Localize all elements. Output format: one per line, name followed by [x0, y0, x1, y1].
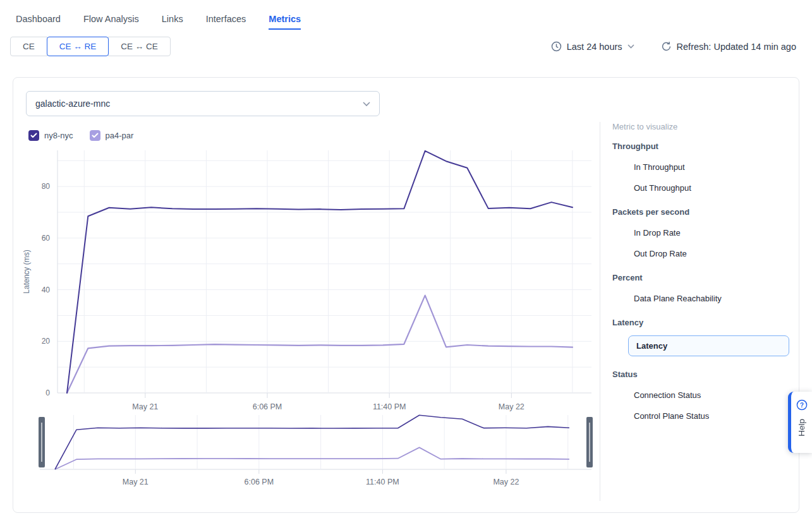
- group-heading-percent: Percent: [612, 273, 802, 282]
- question-circle-icon: ?: [796, 399, 808, 413]
- metric-option-data-plane-reachability[interactable]: Data Plane Reachability: [634, 294, 802, 303]
- svg-text:May 21: May 21: [132, 402, 158, 411]
- node-select-value: galactic-azure-mnc: [35, 99, 110, 109]
- group-heading-throughput: Throughput: [612, 142, 802, 151]
- legend-item-ny8-nyc: ny8-nyc: [28, 130, 73, 141]
- metric-option-in-throughput[interactable]: In Throughput: [634, 162, 802, 172]
- svg-text:60: 60: [42, 234, 51, 243]
- svg-text:11:40 PM: 11:40 PM: [366, 478, 399, 486]
- segment-ce-ce[interactable]: CE ↔ CE: [108, 37, 171, 56]
- refresh-control[interactable]: Refresh: Updated 14 min ago: [661, 41, 796, 52]
- svg-text:May 22: May 22: [493, 478, 519, 486]
- svg-text:20: 20: [42, 337, 51, 346]
- svg-text:6:06 PM: 6:06 PM: [245, 478, 274, 486]
- panel-divider: [600, 122, 600, 501]
- segment-ce[interactable]: CE: [10, 37, 47, 56]
- time-range-selector[interactable]: Last 24 hours: [551, 41, 634, 52]
- series-legend: ny8-nyc pa4-par: [28, 130, 133, 141]
- svg-text:0: 0: [45, 388, 50, 397]
- help-label: Help: [797, 419, 806, 437]
- checkbox-ny8-nyc[interactable]: [28, 130, 39, 141]
- filter-row: CE CE ↔ RE CE ↔ CE Last 24 hours: [10, 37, 796, 56]
- latency-chart-area: 020406080May 216:06 PM11:40 PMMay 22Late…: [13, 141, 610, 495]
- metric-sidebar: Metric to visualize Throughput In Throug…: [612, 122, 802, 421]
- group-heading-status: Status: [612, 370, 802, 379]
- metric-option-out-throughput[interactable]: Out Throughput: [634, 183, 802, 193]
- nav-links[interactable]: Links: [162, 14, 183, 30]
- connection-type-segmented-control: CE CE ↔ RE CE ↔ CE: [10, 37, 171, 56]
- node-select[interactable]: galactic-azure-mnc: [26, 91, 380, 116]
- nav-flow-analysis[interactable]: Flow Analysis: [83, 14, 139, 30]
- toolbar-right: Last 24 hours Refresh: Updated 14 min ag…: [551, 41, 796, 52]
- metric-option-control-plane-status[interactable]: Control Plane Status: [634, 411, 802, 421]
- legend-label: pa4-par: [106, 131, 134, 140]
- svg-text:May 22: May 22: [499, 402, 524, 411]
- help-button[interactable]: ? Help: [788, 392, 812, 453]
- latency-line-chart: 020406080May 216:06 PM11:40 PMMay 22Late…: [13, 141, 610, 495]
- chevron-down-icon: [627, 44, 634, 49]
- svg-text:May 21: May 21: [123, 478, 148, 486]
- checkbox-pa4-par[interactable]: [90, 130, 100, 141]
- svg-text:11:40 PM: 11:40 PM: [373, 402, 406, 411]
- nav-interfaces[interactable]: Interfaces: [206, 14, 246, 30]
- chevron-down-icon: [363, 98, 370, 109]
- top-nav: Dashboard Flow Analysis Links Interfaces…: [0, 0, 812, 30]
- svg-text:6:06 PM: 6:06 PM: [253, 402, 282, 411]
- metric-option-in-drop-rate[interactable]: In Drop Rate: [634, 228, 802, 238]
- metrics-card: galactic-azure-mnc ny8-nyc pa4-par 02040…: [13, 77, 799, 513]
- group-heading-packets: Packets per second: [612, 207, 802, 217]
- refresh-label: Refresh: Updated 14 min ago: [677, 42, 796, 52]
- metric-option-out-drop-rate[interactable]: Out Drop Rate: [634, 249, 802, 258]
- refresh-icon: [661, 41, 672, 52]
- svg-text:?: ?: [799, 402, 803, 409]
- svg-text:40: 40: [42, 286, 51, 294]
- group-heading-latency: Latency: [612, 318, 802, 327]
- svg-text:Latency (ms): Latency (ms): [22, 250, 31, 293]
- time-range-label: Last 24 hours: [567, 42, 622, 52]
- svg-text:80: 80: [42, 182, 51, 191]
- nav-dashboard[interactable]: Dashboard: [16, 14, 61, 30]
- nav-metrics[interactable]: Metrics: [269, 14, 301, 30]
- sidebar-title: Metric to visualize: [612, 122, 802, 131]
- metric-option-latency-selected[interactable]: Latency: [628, 335, 789, 356]
- metric-option-connection-status[interactable]: Connection Status: [634, 390, 802, 400]
- segment-ce-re[interactable]: CE ↔ RE: [47, 37, 109, 56]
- legend-item-pa4-par: pa4-par: [90, 130, 134, 141]
- clock-icon: [551, 41, 562, 52]
- legend-label: ny8-nyc: [44, 131, 73, 140]
